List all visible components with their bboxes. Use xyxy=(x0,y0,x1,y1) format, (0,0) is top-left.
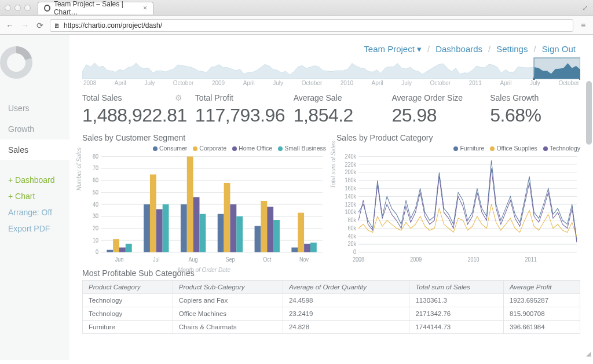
column-header[interactable]: Product Category xyxy=(83,281,173,294)
bar-chart-panel: Sales by Customer Segment ConsumerCorpor… xyxy=(82,133,326,264)
scrollbar[interactable] xyxy=(586,81,592,355)
kpi-label: Total Profit xyxy=(195,93,285,102)
column-header[interactable]: Total sum of Sales xyxy=(409,281,503,294)
page-icon: 🗎 xyxy=(54,22,60,29)
new-chart-button[interactable]: + Chart xyxy=(0,188,69,204)
kpi-label: Total Sales xyxy=(82,93,187,102)
bar xyxy=(267,207,273,252)
bar xyxy=(304,244,310,252)
svg-text:10: 10 xyxy=(93,237,98,244)
fullscreen-icon[interactable]: ⤢ xyxy=(582,3,588,12)
window-controls[interactable] xyxy=(5,5,31,11)
close-window-button[interactable] xyxy=(5,5,11,11)
kpi-card: Sales Growth5.68% xyxy=(490,93,580,126)
line-chart-title: Sales by Product Category xyxy=(336,133,580,142)
gear-icon[interactable]: ⚙ xyxy=(175,93,182,102)
legend-item: Home Office xyxy=(232,145,272,152)
export-pdf-button[interactable]: Export PDF xyxy=(0,220,69,237)
bar xyxy=(144,204,150,252)
bar xyxy=(255,226,261,252)
sidebar-item-growth[interactable]: Growth xyxy=(0,119,69,139)
kpi-row: Total Sales⚙1,488,922.81Total Profit117,… xyxy=(69,87,593,131)
table-row: TechnologyCopiers and Fax24.45981130361.… xyxy=(83,294,580,307)
arrange-toggle[interactable]: Arrange: Off xyxy=(0,204,69,220)
legend-item: Corporate xyxy=(193,145,226,152)
reload-button[interactable]: ⟳ xyxy=(35,21,45,30)
kpi-card: Total Profit117,793.96 xyxy=(195,93,285,126)
svg-text:Sep: Sep xyxy=(225,256,235,263)
kpi-value: 117,793.96 xyxy=(195,105,285,126)
column-header[interactable]: Average of Order Quantity xyxy=(283,281,409,294)
minimize-window-button[interactable] xyxy=(14,5,21,11)
svg-text:140k: 140k xyxy=(345,193,357,200)
kpi-label: Average Order Size xyxy=(391,93,482,102)
svg-text:2008: 2008 xyxy=(353,256,364,263)
bar-xlabel: Month of Order Date xyxy=(82,267,326,273)
svg-rect-3 xyxy=(579,78,580,80)
bar xyxy=(298,213,304,252)
sidebar-item-sales[interactable]: Sales xyxy=(0,139,69,160)
legend-item: Consumer xyxy=(153,145,187,152)
svg-text:60k: 60k xyxy=(348,225,357,231)
bar xyxy=(310,242,317,252)
project-dropdown[interactable]: Team Project ▾ xyxy=(364,44,422,54)
table-row: FurnitureChairs & Chairmats24.8281744144… xyxy=(83,321,580,334)
menu-button[interactable]: ≡ xyxy=(578,21,588,30)
kpi-value: 1,488,922.81 xyxy=(82,105,187,126)
svg-text:120k: 120k xyxy=(345,201,357,208)
svg-text:Jun: Jun xyxy=(115,256,124,263)
kpi-value: 5.68% xyxy=(490,105,580,126)
sidebar-item-users[interactable]: Users xyxy=(0,98,69,119)
svg-text:Aug: Aug xyxy=(189,256,198,263)
timeline-brush[interactable]: 2008AprilJulyOctober2009AprilJulyOctober… xyxy=(82,57,580,86)
bar xyxy=(218,214,224,252)
svg-text:20: 20 xyxy=(93,225,98,231)
app-logo xyxy=(0,46,32,79)
svg-text:240k: 240k xyxy=(345,154,357,160)
kpi-card: Total Sales⚙1,488,922.81 xyxy=(82,93,187,126)
bar xyxy=(156,209,163,252)
address-bar[interactable]: 🗎 https://chartio.com/project/dash/ xyxy=(50,19,573,32)
favicon-icon xyxy=(44,5,50,12)
resize-handle-icon[interactable]: ◢ xyxy=(586,350,591,358)
bar xyxy=(236,216,243,252)
svg-text:40k: 40k xyxy=(348,233,357,240)
zoom-window-button[interactable] xyxy=(24,5,31,11)
forward-button[interactable]: → xyxy=(20,21,30,30)
svg-text:180k: 180k xyxy=(345,177,357,184)
close-tab-icon[interactable]: × xyxy=(143,4,147,12)
svg-text:2009: 2009 xyxy=(410,256,422,263)
scroll-thumb[interactable] xyxy=(586,81,592,145)
legend-item: Small Business xyxy=(278,145,326,152)
svg-text:80k: 80k xyxy=(348,217,357,224)
bar xyxy=(273,220,280,252)
url-text: https://chartio.com/project/dash/ xyxy=(64,21,162,30)
bar-ylabel: Number of Sales xyxy=(76,148,82,190)
kpi-card: Average Sale1,854.2 xyxy=(294,93,384,126)
svg-text:100k: 100k xyxy=(345,209,357,216)
svg-text:160k: 160k xyxy=(345,185,357,192)
nav-settings[interactable]: Settings xyxy=(496,44,528,54)
nav-dashboards[interactable]: Dashboards xyxy=(435,44,482,54)
kpi-card: Average Order Size25.98 xyxy=(391,93,482,126)
bar xyxy=(230,204,236,252)
bar xyxy=(113,239,119,252)
bar xyxy=(150,174,156,252)
bar xyxy=(181,204,187,252)
svg-text:70: 70 xyxy=(93,165,98,172)
nav-signout[interactable]: Sign Out xyxy=(542,44,576,54)
new-dashboard-button[interactable]: + Dashboard xyxy=(0,172,69,188)
browser-tab[interactable]: Team Project – Sales | Chart… × xyxy=(38,2,153,14)
svg-text:Jul: Jul xyxy=(153,256,160,263)
line-ylabel: Total sum of Sales xyxy=(330,141,336,189)
svg-text:30: 30 xyxy=(93,213,98,220)
back-button[interactable]: ← xyxy=(5,21,15,30)
kpi-label: Sales Growth xyxy=(490,93,580,102)
legend-item: Furniture xyxy=(453,145,484,152)
svg-text:80: 80 xyxy=(93,154,98,160)
bar xyxy=(224,183,230,252)
browser-toolbar: ← → ⟳ 🗎 https://chartio.com/project/dash… xyxy=(0,16,593,35)
column-header[interactable]: Product Sub-Category xyxy=(173,281,283,294)
column-header[interactable]: Average Profit xyxy=(503,281,580,294)
top-nav: Team Project ▾ / Dashboards / Settings /… xyxy=(69,35,593,57)
